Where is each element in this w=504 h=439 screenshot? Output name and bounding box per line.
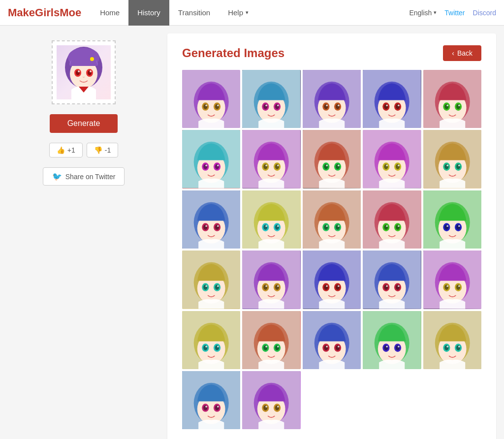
svg-point-252	[277, 406, 279, 408]
grid-image-27[interactable]	[242, 371, 300, 429]
grid-image-18[interactable]	[303, 251, 361, 309]
svg-point-135	[398, 225, 400, 227]
twitter-icon: 🐦	[52, 172, 62, 181]
page-title: Generated Images	[182, 46, 284, 60]
svg-point-206	[266, 345, 268, 347]
grid-image-26[interactable]	[182, 371, 240, 429]
svg-point-224	[386, 345, 388, 347]
svg-point-54	[458, 104, 460, 106]
discord-link[interactable]: Discord	[473, 9, 496, 17]
svg-point-126	[338, 225, 340, 227]
grid-image-21[interactable]	[182, 311, 240, 369]
svg-point-143	[446, 225, 448, 227]
nav-links: Home History Transition Help ▾	[91, 0, 409, 26]
nav-transition[interactable]: Transition	[169, 0, 219, 26]
grid-image-10[interactable]	[423, 130, 481, 188]
thumbs-down-icon: 👎	[94, 146, 102, 154]
grid-image-4[interactable]	[363, 70, 421, 128]
twitter-link[interactable]: Twitter	[444, 9, 465, 17]
nav-home[interactable]: Home	[91, 0, 128, 26]
grid-image-8[interactable]	[303, 130, 361, 188]
svg-point-98	[446, 165, 448, 167]
svg-point-180	[398, 285, 400, 287]
svg-point-63	[217, 165, 219, 167]
lang-chevron-icon: ▾	[434, 9, 437, 16]
svg-point-179	[386, 285, 388, 287]
grid-image-20[interactable]	[423, 251, 481, 309]
grid-image-16[interactable]	[182, 251, 240, 309]
nav-history[interactable]: History	[128, 0, 169, 26]
content-header: Generated Images ‹ Back	[182, 45, 481, 61]
svg-point-89	[386, 165, 388, 167]
grid-image-5[interactable]	[423, 70, 481, 128]
grid-image-7[interactable]	[242, 130, 300, 188]
svg-point-72	[277, 165, 279, 167]
grid-image-1[interactable]	[182, 70, 240, 128]
svg-point-9	[90, 57, 94, 61]
svg-point-234	[458, 345, 460, 347]
back-button[interactable]: ‹ Back	[443, 45, 481, 61]
svg-point-215	[326, 345, 328, 347]
svg-point-171	[338, 285, 340, 287]
svg-point-116	[266, 225, 268, 227]
navbar: MakeGirlsMoe Home History Transition Hel…	[0, 0, 504, 26]
svg-point-134	[386, 225, 388, 227]
svg-point-161	[266, 285, 268, 287]
grid-image-25[interactable]	[423, 311, 481, 369]
grid-image-13[interactable]	[303, 190, 361, 249]
svg-point-251	[266, 406, 268, 408]
svg-point-108	[217, 225, 219, 227]
svg-point-162	[277, 285, 279, 287]
language-selector[interactable]: English ▾	[409, 9, 437, 17]
grid-image-17[interactable]	[242, 251, 300, 309]
avatar-image	[57, 45, 111, 99]
svg-point-44	[386, 104, 388, 106]
svg-point-71	[266, 165, 268, 167]
generate-button[interactable]: Generate	[50, 114, 118, 133]
grid-image-11[interactable]	[182, 190, 240, 249]
svg-point-125	[326, 225, 328, 227]
svg-point-197	[205, 345, 207, 347]
svg-point-80	[326, 165, 328, 167]
grid-image-23[interactable]	[303, 311, 361, 369]
svg-point-242	[205, 406, 207, 408]
svg-point-233	[446, 345, 448, 347]
navbar-right: English ▾ Twitter Discord	[409, 9, 496, 17]
svg-point-144	[458, 225, 460, 227]
grid-image-24[interactable]	[363, 311, 421, 369]
grid-image-22[interactable]	[242, 311, 300, 369]
svg-point-216	[338, 345, 340, 347]
svg-point-99	[458, 165, 460, 167]
svg-point-90	[398, 165, 400, 167]
grid-image-2[interactable]	[242, 70, 300, 128]
svg-point-243	[217, 406, 219, 408]
grid-image-6[interactable]	[182, 130, 240, 188]
main-layout: Generate 👍 +1 👎 -1 🐦 Share on Twitter Ge…	[0, 26, 504, 439]
svg-point-198	[217, 345, 219, 347]
nav-help[interactable]: Help ▾	[219, 0, 257, 26]
svg-point-189	[458, 285, 460, 287]
svg-point-152	[205, 285, 207, 287]
grid-image-14[interactable]	[363, 190, 421, 249]
avatar	[57, 45, 111, 99]
share-twitter-button[interactable]: 🐦 Share on Twitter	[43, 167, 125, 186]
svg-point-53	[446, 104, 448, 106]
svg-point-207	[277, 345, 279, 347]
svg-point-170	[326, 285, 328, 287]
grid-image-12[interactable]	[242, 190, 300, 249]
svg-point-27	[277, 104, 279, 106]
svg-point-18	[217, 104, 219, 106]
svg-point-26	[266, 104, 268, 106]
grid-image-3[interactable]	[303, 70, 361, 128]
grid-image-15[interactable]	[423, 190, 481, 249]
upvote-button[interactable]: 👍 +1	[49, 143, 83, 157]
downvote-button[interactable]: 👎 -1	[87, 143, 118, 157]
svg-point-117	[277, 225, 279, 227]
svg-point-62	[205, 165, 207, 167]
grid-image-19[interactable]	[363, 251, 421, 309]
help-chevron-icon: ▾	[246, 9, 249, 16]
svg-point-225	[398, 345, 400, 347]
grid-image-9[interactable]	[363, 130, 421, 188]
brand-logo[interactable]: MakeGirlsMoe	[8, 6, 81, 19]
svg-point-8	[90, 70, 92, 72]
